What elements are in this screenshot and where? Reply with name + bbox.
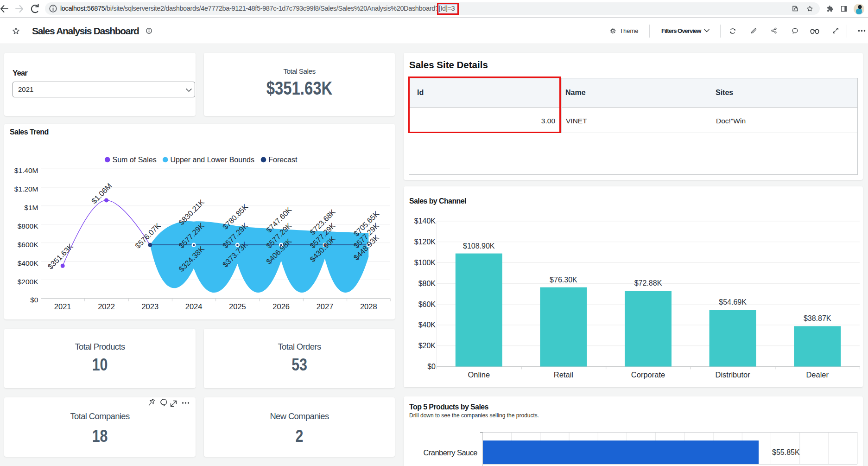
svg-text:Distributor: Distributor [716, 370, 751, 379]
svg-text:$400K: $400K [18, 259, 38, 267]
svg-text:Retail: Retail [554, 370, 573, 379]
svg-text:$76.30K: $76.30K [550, 276, 577, 284]
svg-text:2022: 2022 [98, 302, 115, 311]
svg-text:$351.63K: $351.63K [46, 242, 75, 271]
svg-text:Forecast: Forecast [268, 156, 298, 164]
svg-text:Dealer: Dealer [806, 370, 829, 379]
svg-text:Cranberry Sauce: Cranberry Sauce [424, 448, 478, 457]
svg-text:$55.85K: $55.85K [772, 448, 800, 456]
svg-text:$72.88K: $72.88K [634, 279, 662, 287]
svg-text:$0: $0 [427, 363, 436, 370]
svg-text:2027: 2027 [317, 302, 334, 311]
svg-text:$120K: $120K [414, 238, 436, 246]
svg-text:2024: 2024 [185, 302, 203, 311]
svg-text:Upper and Lower Bounds: Upper and Lower Bounds [171, 156, 254, 164]
svg-text:$54.69K: $54.69K [719, 298, 747, 306]
svg-text:$1.40M: $1.40M [14, 166, 38, 174]
svg-text:$600K: $600K [18, 241, 38, 249]
svg-text:2026: 2026 [272, 302, 290, 311]
svg-text:2028: 2028 [360, 302, 377, 311]
svg-text:$100K: $100K [414, 259, 436, 267]
svg-text:$1M: $1M [24, 204, 38, 211]
svg-text:2023: 2023 [141, 302, 158, 311]
svg-text:$20K: $20K [418, 342, 436, 350]
svg-text:$38.87K: $38.87K [804, 314, 831, 322]
svg-text:$60K: $60K [418, 300, 436, 308]
svg-text:$200K: $200K [18, 278, 38, 286]
svg-text:Corporate: Corporate [631, 370, 665, 379]
svg-text:$80K: $80K [418, 280, 436, 287]
svg-text:$140K: $140K [414, 217, 436, 225]
svg-text:2025: 2025 [229, 302, 246, 311]
svg-text:$800K: $800K [18, 222, 38, 230]
svg-text:Sum of Sales: Sum of Sales [113, 156, 157, 164]
svg-text:2021: 2021 [54, 302, 71, 311]
svg-text:Online: Online [468, 370, 490, 379]
svg-text:$108.90K: $108.90K [463, 242, 495, 250]
svg-text:$1.20M: $1.20M [14, 185, 38, 193]
svg-text:$40K: $40K [418, 321, 436, 329]
svg-text:$0: $0 [30, 296, 38, 304]
